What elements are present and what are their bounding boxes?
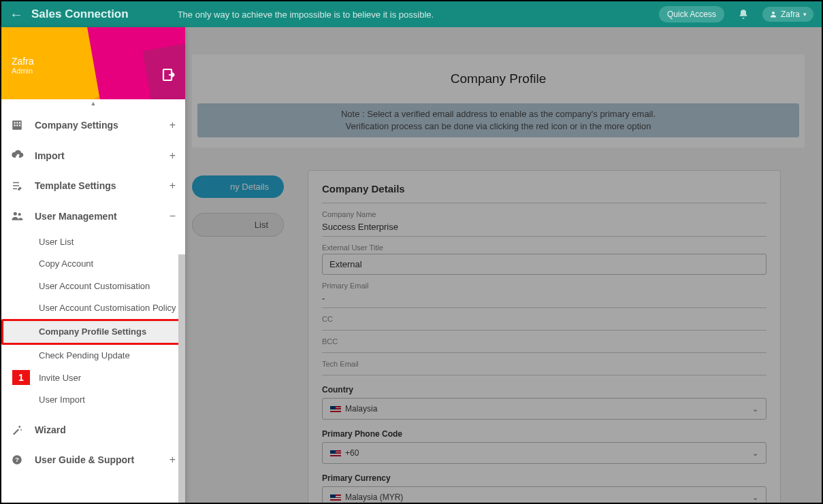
plus-icon[interactable]: + (170, 180, 176, 192)
svg-point-10 (18, 213, 21, 216)
nav-label: Wizard (35, 424, 167, 435)
nav-company-settings[interactable]: Company Settings + (1, 110, 185, 140)
nav-user-guide[interactable]: ? User Guide & Support + (1, 445, 185, 475)
nav-label: User Management (35, 211, 161, 222)
svg-text:?: ? (15, 456, 19, 463)
svg-rect-7 (19, 122, 20, 124)
person-icon (769, 10, 777, 18)
nav-label: User Guide & Support (35, 454, 161, 465)
nav-label: Company Settings (35, 120, 161, 131)
sidebar-header: Zafra Admin (1, 27, 185, 99)
sub-check-pending-update[interactable]: Check Pending Update (1, 345, 185, 367)
quick-access-button[interactable]: Quick Access (659, 6, 724, 22)
minus-icon[interactable]: − (170, 210, 176, 222)
people-icon (11, 209, 26, 222)
building-icon (11, 119, 26, 131)
sidebar-user: Zafra Admin (12, 56, 34, 75)
nav-label: Import (35, 150, 161, 161)
tagline: The only way to achieve the impossible i… (178, 10, 434, 20)
svg-rect-3 (14, 122, 16, 124)
svg-rect-4 (16, 122, 18, 124)
svg-rect-6 (16, 124, 18, 126)
sub-company-profile-settings[interactable]: Company Profile Settings (1, 319, 185, 345)
wand-icon (11, 424, 26, 436)
user-name: Zafra (781, 10, 800, 19)
cloud-upload-icon (11, 149, 26, 162)
sub-copy-account[interactable]: Copy Account (1, 253, 185, 275)
plus-icon[interactable]: + (170, 454, 176, 466)
plus-icon[interactable]: + (170, 119, 176, 131)
nav-template-settings[interactable]: Template Settings + (1, 171, 185, 201)
svg-point-0 (772, 12, 775, 14)
plus-icon[interactable]: + (170, 150, 176, 162)
sub-user-list[interactable]: User List (1, 231, 185, 253)
nav-label: Template Settings (35, 180, 161, 191)
exit-icon[interactable] (161, 67, 177, 83)
svg-rect-5 (14, 124, 16, 126)
svg-point-9 (14, 212, 17, 216)
brand-title: Sales Connection (31, 7, 129, 21)
sub-user-customisation-policy[interactable]: User Account Customisation Policy (1, 297, 185, 319)
nav-wizard[interactable]: Wizard (1, 415, 185, 445)
scroll-up-icon[interactable]: ▲ (1, 99, 185, 107)
topbar: ← Sales Connection The only way to achie… (1, 1, 822, 27)
nav: Company Settings + Import + Template Set… (1, 107, 185, 504)
sub-user-import[interactable]: User Import (1, 389, 185, 411)
user-menu[interactable]: Zafra ▾ (762, 7, 813, 22)
nav-import[interactable]: Import + (1, 140, 185, 171)
user-management-submenu: User List Copy Account User Account Cust… (1, 231, 185, 415)
back-arrow-icon[interactable]: ← (10, 7, 23, 22)
callout-marker-1: 1 (12, 370, 30, 385)
sidebar-user-name: Zafra (12, 56, 34, 67)
chevron-down-icon: ▾ (803, 11, 807, 18)
sub-user-customisation[interactable]: User Account Customisation (1, 275, 185, 297)
help-icon: ? (11, 454, 26, 466)
bell-icon[interactable] (738, 9, 749, 20)
svg-rect-8 (19, 124, 20, 126)
sidebar-user-role: Admin (12, 67, 34, 75)
sidebar: Zafra Admin ▲ Company Settings + Import … (1, 27, 185, 504)
list-edit-icon (11, 180, 26, 192)
nav-user-management[interactable]: User Management − (1, 201, 185, 231)
scrollbar[interactable] (178, 254, 185, 504)
